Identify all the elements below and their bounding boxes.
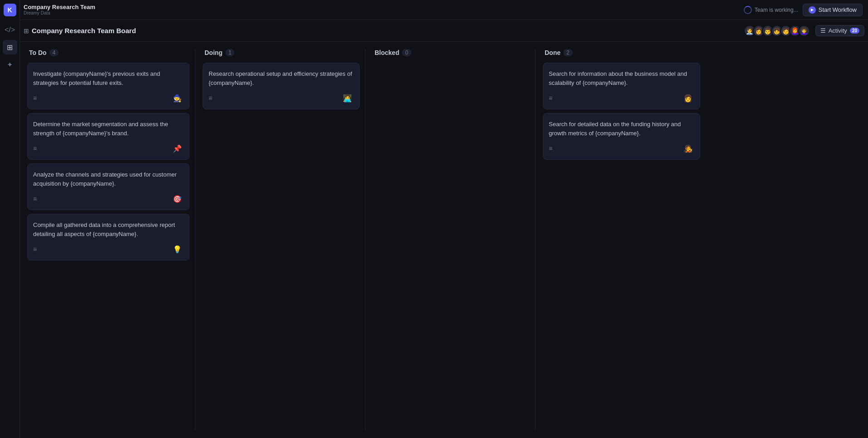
card[interactable]: Research operational setup and efficienc…	[203, 63, 360, 109]
spinner-icon	[744, 6, 752, 14]
column-count-todo: 4	[49, 49, 59, 56]
main-area: Company Research Team Dreamy Data Team i…	[20, 0, 868, 438]
subnav: ⊞ Company Research Team Board 🧑‍💼👩👨👧🧑👩‍🦰…	[20, 20, 868, 42]
activity-list-icon: ☰	[820, 27, 826, 34]
card-footer: ≡📌	[33, 142, 184, 155]
card-avatar: 🧑‍🎤	[682, 142, 694, 155]
card[interactable]: Determine the market segmentation and as…	[27, 113, 190, 160]
grid-icon[interactable]: ⊞	[3, 40, 17, 54]
code-icon[interactable]: </>	[3, 23, 17, 37]
activity-badge: 20	[850, 28, 859, 34]
card[interactable]: Search for information about the busines…	[543, 63, 700, 109]
column-count-blocked: 0	[402, 49, 411, 56]
card-menu-icon[interactable]: ≡	[549, 145, 552, 152]
card-avatar: 🎯	[171, 192, 184, 205]
card-text: Compile all gathered data into a compreh…	[33, 221, 184, 238]
card-footer: ≡👩	[549, 92, 694, 104]
star-icon[interactable]: ✦	[3, 57, 17, 72]
start-workflow-label: Start Workflow	[819, 6, 857, 13]
card-text: Analyze the channels and strategies used…	[33, 170, 184, 188]
card[interactable]: Compile all gathered data into a compreh…	[27, 214, 190, 261]
card-text: Search for detailed data on the funding …	[549, 120, 694, 138]
column-title-doing: Doing	[205, 49, 223, 56]
subnav-left: ⊞ Company Research Team Board	[24, 27, 136, 34]
card-avatar: 📌	[171, 142, 184, 155]
card-footer: ≡🎯	[33, 192, 184, 205]
topbar: Company Research Team Dreamy Data Team i…	[20, 0, 868, 20]
column-title-blocked: Blocked	[375, 49, 399, 56]
team-status-text: Team is working...	[755, 7, 798, 13]
column-done: Done2Search for information about the bu…	[536, 49, 706, 431]
avatar: 👩‍🦱	[798, 25, 810, 37]
activity-button[interactable]: ☰ Activity 20	[815, 25, 864, 36]
column-header-todo: To Do4	[27, 49, 190, 56]
column-count-doing: 1	[225, 49, 235, 56]
workspace-sub: Dreamy Data	[24, 10, 740, 16]
card-footer: ≡👩‍💻	[209, 92, 354, 104]
card-avatar: 💡	[171, 243, 184, 256]
card-footer: ≡💡	[33, 243, 184, 256]
card-text: Determine the market segmentation and as…	[33, 120, 184, 138]
avatar-row: 🧑‍💼👩👨👧🧑👩‍🦰👩‍🦱	[744, 25, 810, 37]
board-title: Company Research Team Board	[32, 27, 136, 34]
column-blocked: Blocked0	[366, 49, 536, 431]
icon-rail: K </> ⊞ ✦	[0, 0, 20, 438]
workspace-name: Company Research Team	[24, 4, 740, 11]
topbar-right: Team is working... ▶ Start Workflow	[744, 4, 863, 16]
card-menu-icon[interactable]: ≡	[33, 145, 37, 152]
app-logo[interactable]: K	[4, 4, 16, 16]
team-status: Team is working...	[744, 6, 798, 14]
card-avatar: 🧙	[171, 92, 184, 104]
card-menu-icon[interactable]: ≡	[33, 94, 37, 102]
workspace-info: Company Research Team Dreamy Data	[24, 4, 740, 16]
card[interactable]: Analyze the channels and strategies used…	[27, 163, 190, 210]
board-grid-icon: ⊞	[24, 27, 29, 34]
card-footer: ≡🧑‍🎤	[549, 142, 694, 155]
play-icon: ▶	[809, 6, 816, 14]
start-workflow-button[interactable]: ▶ Start Workflow	[803, 4, 863, 16]
activity-label: Activity	[829, 27, 847, 34]
column-header-blocked: Blocked0	[373, 49, 530, 56]
column-header-done: Done2	[543, 49, 700, 56]
column-title-done: Done	[545, 49, 561, 56]
card-text: Investigate {companyName}'s previous exi…	[33, 69, 184, 87]
card-text: Research operational setup and efficienc…	[209, 69, 354, 87]
column-doing: Doing1Research operational setup and eff…	[195, 49, 366, 431]
column-count-done: 2	[563, 49, 573, 56]
card[interactable]: Search for detailed data on the funding …	[543, 113, 700, 160]
card-menu-icon[interactable]: ≡	[549, 94, 552, 102]
card-avatar: 👩	[682, 92, 694, 104]
card-avatar: 👩‍💻	[341, 92, 354, 104]
card-menu-icon[interactable]: ≡	[33, 246, 37, 253]
card[interactable]: Investigate {companyName}'s previous exi…	[27, 63, 190, 109]
subnav-right: 🧑‍💼👩👨👧🧑👩‍🦰👩‍🦱 ☰ Activity 20	[744, 25, 864, 37]
card-footer: ≡🧙	[33, 92, 184, 104]
column-title-todo: To Do	[29, 49, 47, 56]
card-menu-icon[interactable]: ≡	[209, 94, 212, 102]
column-todo: To Do4Investigate {companyName}'s previo…	[25, 49, 195, 431]
card-menu-icon[interactable]: ≡	[33, 195, 37, 202]
board-area: To Do4Investigate {companyName}'s previo…	[20, 42, 868, 438]
column-header-doing: Doing1	[203, 49, 360, 56]
card-text: Search for information about the busines…	[549, 69, 694, 87]
